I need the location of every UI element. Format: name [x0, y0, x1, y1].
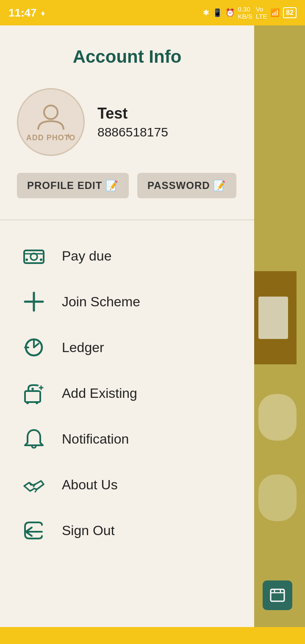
vibrate-icon: 📳 [213, 8, 222, 17]
user-info: Test 8886518175 [97, 105, 168, 139]
menu-item-join-scheme[interactable]: Join Scheme [0, 279, 254, 325]
user-name: Test [97, 105, 168, 122]
menu-panel: Account Info + ADD PHOTO Test 8886518175… [0, 25, 254, 644]
avatar-silhouette-icon [36, 102, 66, 132]
time-display: 11:47 [8, 6, 37, 19]
password-button[interactable]: PASSWORD 📝 [137, 173, 236, 198]
menu-item-sign-out[interactable]: Sign Out [0, 508, 254, 553]
svg-point-15 [26, 402, 29, 404]
sign-out-label: Sign Out [62, 523, 115, 539]
right-inner-card [258, 297, 288, 339]
data-speed: 0.30KB/S [238, 6, 252, 20]
user-phone: 8886518175 [97, 125, 168, 139]
svg-point-5 [40, 258, 42, 261]
about-us-label: About Us [62, 477, 118, 493]
menu-item-ledger[interactable]: Ledger [0, 325, 254, 370]
svg-rect-1 [24, 250, 44, 263]
notification-icon [21, 426, 47, 452]
battery-indicator: 82 [283, 7, 297, 18]
status-bar: 11:47 ⬧ ✱ 📳 ⏰ 0.30KB/S VoLTE 📶 82 [0, 0, 305, 25]
about-us-icon [21, 472, 47, 497]
pay-due-label: Pay due [62, 248, 111, 264]
menu-item-about-us[interactable]: About Us [0, 462, 254, 508]
signal-icon: 📶 [270, 8, 280, 17]
svg-point-16 [36, 402, 38, 404]
right-rounded-card-2 [258, 475, 297, 521]
svg-rect-18 [271, 589, 284, 601]
profile-section: + ADD PHOTO Test 8886518175 [0, 80, 254, 169]
alarm-icon: ⏰ [225, 8, 235, 17]
menu-item-pay-due[interactable]: Pay due [0, 233, 254, 279]
svg-point-4 [25, 258, 28, 261]
location-icon: ⬧ [40, 8, 45, 18]
pay-due-icon [21, 243, 47, 269]
sign-out-icon [21, 518, 47, 543]
add-existing-icon [21, 380, 47, 406]
divider [0, 219, 254, 220]
join-scheme-label: Join Scheme [62, 294, 140, 310]
bottom-teal-icon [263, 580, 292, 610]
page-title: Account Info [0, 25, 254, 80]
bluetooth-icon: ✱ [203, 8, 209, 17]
add-photo-plus-icon: + [66, 130, 72, 142]
join-scheme-icon [21, 289, 47, 314]
bottom-bar [0, 627, 305, 644]
add-existing-label: Add Existing [62, 386, 137, 401]
right-panel [254, 25, 305, 644]
main-layout: Account Info + ADD PHOTO Test 8886518175… [0, 25, 305, 644]
right-brown-card [250, 271, 297, 364]
right-rounded-card-1 [258, 394, 297, 441]
avatar[interactable]: + ADD PHOTO [17, 88, 85, 156]
svg-point-0 [44, 105, 58, 119]
profile-edit-button[interactable]: PROFILE EDIT 📝 [17, 173, 129, 198]
ledger-icon [21, 335, 47, 360]
notification-label: Notification [62, 431, 129, 447]
menu-list: Pay due Join Scheme [0, 225, 254, 562]
status-time: 11:47 ⬧ [8, 6, 45, 19]
svg-rect-9 [25, 391, 40, 402]
volte-icon: VoLTE [256, 6, 267, 20]
ledger-label: Ledger [62, 340, 104, 355]
menu-item-notification[interactable]: Notification [0, 416, 254, 462]
status-icons: ✱ 📳 ⏰ 0.30KB/S VoLTE 📶 82 [203, 6, 297, 20]
menu-item-add-existing[interactable]: Add Existing [0, 370, 254, 416]
action-buttons: PROFILE EDIT 📝 PASSWORD 📝 [0, 169, 254, 215]
